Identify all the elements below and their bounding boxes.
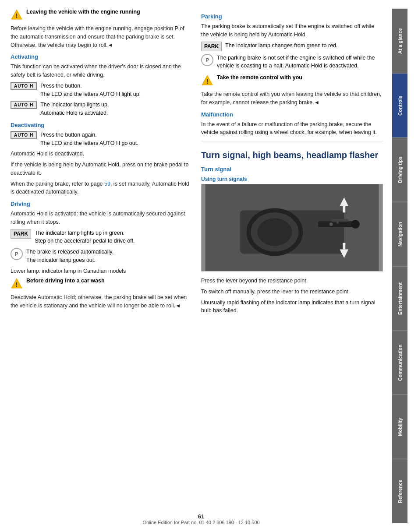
left-column: ! Leaving the vehicle with the engine ru… xyxy=(11,9,192,523)
sidebar-tab-communication[interactable]: Communication xyxy=(392,330,407,395)
sidebar-tab-at-a-glance[interactable]: At a glance xyxy=(392,9,407,73)
park-badge-parking: PARK xyxy=(201,42,222,51)
warning-carwash-text: Before driving into a car wash xyxy=(26,278,105,285)
warning-leaving-heading: Leaving the vehicle with the engine runn… xyxy=(26,9,140,15)
driving-park-text2: Step on the accelerator pedal to drive o… xyxy=(35,238,135,244)
svg-rect-14 xyxy=(343,206,345,213)
turn-signal-main-heading: Turn signal, high beams, headlamp flashe… xyxy=(201,149,383,161)
warning-icon-carwash: ! xyxy=(11,278,23,290)
parking-circle-p-row: P The parking brake is not set if the en… xyxy=(201,54,383,70)
warning-carwash-heading: Before driving into a car wash xyxy=(26,278,105,284)
parking-park-row: PARK The indicator lamp changes from gre… xyxy=(201,42,383,51)
warning-leaving-text: Leaving the vehicle with the engine runn… xyxy=(26,9,140,16)
deactivating-body1: Automatic Hold is deactivated. xyxy=(11,150,192,158)
deactivating-heading: Deactivating xyxy=(11,122,192,128)
turn-signal-body2: To switch off manually, press the lever … xyxy=(201,288,383,296)
activating-body1: This function can be activated when the … xyxy=(11,63,192,79)
page-link-59[interactable]: 59 xyxy=(104,181,110,187)
driving-circle-p-text: The brake is released automatically. The… xyxy=(26,248,113,264)
page-footer: 61 Online Edition for Part no. 01 40 2 6… xyxy=(0,513,402,525)
using-turn-signals-heading: Using turn signals xyxy=(201,176,383,182)
activating-indicator-row: AUTO H The indicator lamp lights up. Aut… xyxy=(11,101,192,117)
turn-signal-body1: Press the lever beyond the resistance po… xyxy=(201,277,383,285)
section-divider xyxy=(201,141,383,141)
svg-text:!: ! xyxy=(16,12,18,19)
driving-park-row: PARK The indicator lamp lights up in gre… xyxy=(11,229,192,246)
auto-h-badge-2: AUTO H xyxy=(11,101,37,109)
circle-p-icon: P xyxy=(11,248,23,260)
deactivating-body3-pre: When the parking brake, refer to page xyxy=(11,181,104,187)
activating-led-text: The LED and the letters AUTO H light up. xyxy=(40,91,141,97)
deactivating-step1-row: AUTO H Press the button again. The LED a… xyxy=(11,131,192,148)
svg-text:!: ! xyxy=(206,78,209,85)
parking-heading: Parking xyxy=(201,13,383,20)
driving-park-text: The indicator lamp lights up in green. S… xyxy=(35,229,135,246)
park-badge-driving: PARK xyxy=(11,229,31,239)
malfunction-body: In the event of a failure or malfunction… xyxy=(201,120,383,137)
deactivating-body2: If the vehicle is being held by Automati… xyxy=(11,161,192,177)
deactivating-step1-text: Press the button again. The LED and the … xyxy=(40,131,138,148)
turn-signal-heading: Turn signal xyxy=(201,166,383,173)
parking-body: The parking brake is automatically set i… xyxy=(201,22,383,39)
malfunction-heading: Malfunction xyxy=(201,111,383,118)
driving-brake-released: The brake is released automatically. xyxy=(26,249,113,255)
sidebar-tab-controls[interactable]: Controls xyxy=(392,73,407,137)
deactivating-body3: When the parking brake, refer to page 59… xyxy=(11,180,192,197)
svg-text:!: ! xyxy=(16,281,18,288)
driving-indicator-out: The indicator lamp goes out. xyxy=(26,257,96,263)
warning-remote-text: Take the remote control with you xyxy=(217,74,302,81)
svg-point-10 xyxy=(351,220,360,229)
activating-indicator-text: The indicator lamp lights up. Automatic … xyxy=(40,101,109,117)
svg-point-17 xyxy=(329,222,333,226)
activating-press-text: Press the button. xyxy=(40,83,82,89)
warning-remote-body: Take the remote control with you when le… xyxy=(201,90,383,107)
warning-leaving-vehicle: ! Leaving the vehicle with the engine ru… xyxy=(11,9,192,21)
warning-remote: ! Take the remote control with you xyxy=(201,74,383,87)
sidebar-tab-navigation[interactable]: Navigation xyxy=(392,202,407,266)
circle-p-icon-parking: P xyxy=(201,54,213,66)
deactivating-press-text: Press the button again. xyxy=(40,132,97,138)
page-container: ! Leaving the vehicle with the engine ru… xyxy=(0,0,418,532)
sidebar: At a glance Controls Driving tips Naviga… xyxy=(392,9,407,523)
warning-icon-remote: ! xyxy=(201,74,213,87)
main-content: ! Leaving the vehicle with the engine ru… xyxy=(0,0,418,532)
auto-h-badge-1: AUTO H xyxy=(11,82,37,90)
warning-remote-heading: Take the remote control with you xyxy=(217,74,302,81)
driving-heading: Driving xyxy=(11,201,192,207)
right-column: Parking The parking brake is automatical… xyxy=(201,9,383,523)
activating-indicator-text2: Automatic Hold is activated. xyxy=(40,110,108,116)
sidebar-tab-mobility[interactable]: Mobility xyxy=(392,395,407,459)
warning-icon-leaving: ! xyxy=(11,9,23,21)
turn-signal-image xyxy=(201,184,383,271)
parking-park-text: The indicator lamp changes from green to… xyxy=(225,42,337,50)
warning-carwash-body: Deactivate Automatic Hold; otherwise, th… xyxy=(11,293,192,310)
warning-leaving-body: Before leaving the vehicle with the engi… xyxy=(11,25,192,49)
activating-step1-row: AUTO H Press the button. The LED and the… xyxy=(11,82,192,99)
driving-lower-lamp: Lower lamp: indicator lamp in Canadian m… xyxy=(11,267,192,275)
parking-circle-p-text: The parking brake is not set if the engi… xyxy=(217,54,383,70)
turn-signal-body3: Unusually rapid flashing of the indicato… xyxy=(201,299,383,315)
driving-body1: Automatic Hold is activated: the vehicle… xyxy=(11,210,192,226)
activating-indicator-text1: The indicator lamp lights up. xyxy=(40,102,109,108)
activating-step1-text: Press the button. The LED and the letter… xyxy=(40,82,141,99)
page-number: 61 xyxy=(198,513,204,520)
driving-park-text1: The indicator lamp lights up in green. xyxy=(35,230,124,236)
auto-h-badge-3: AUTO H xyxy=(11,131,37,139)
svg-rect-9 xyxy=(331,219,349,222)
activating-heading: Activating xyxy=(11,53,192,60)
warning-carwash: ! Before driving into a car wash xyxy=(11,278,192,290)
sidebar-tab-entertainment[interactable]: Entertainment xyxy=(392,266,407,331)
driving-circle-p-row: P The brake is released automatically. T… xyxy=(11,248,192,264)
svg-point-18 xyxy=(336,221,339,224)
sidebar-tab-driving-tips[interactable]: Driving tips xyxy=(392,137,407,202)
footer-text: Online Edition for Part no. 01 40 2 606 … xyxy=(142,520,259,525)
svg-point-12 xyxy=(257,218,292,246)
deactivating-led-text: The LED and the letters AUTO H go out. xyxy=(40,140,138,146)
svg-rect-16 xyxy=(343,243,345,250)
